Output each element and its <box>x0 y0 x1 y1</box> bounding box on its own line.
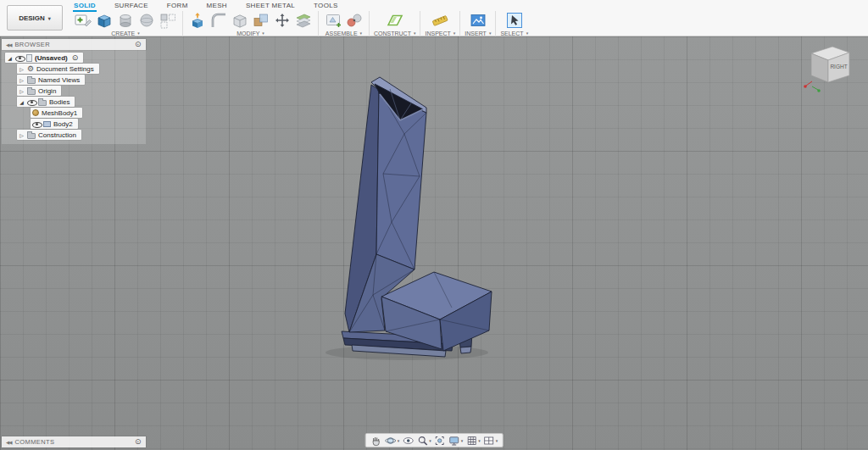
tree-row-label: Origin <box>38 87 56 95</box>
comments-title: COMMENTS <box>14 438 54 446</box>
orbit-button[interactable]: ▾ <box>384 435 401 447</box>
create-sketch-icon[interactable] <box>73 11 93 30</box>
fit-button[interactable] <box>433 435 447 447</box>
physical-material-icon[interactable] <box>293 11 314 30</box>
fit-frame-icon <box>434 435 446 447</box>
group-select: SELECT ▾ <box>500 11 528 36</box>
browser-title: BROWSER <box>14 41 50 48</box>
joint-icon[interactable] <box>344 11 364 30</box>
look-at-button[interactable] <box>401 435 415 447</box>
comments-header[interactable]: ◀◀ COMMENTS ⊙ <box>2 436 146 447</box>
toolbar-separator <box>182 11 183 36</box>
insert-canvas-icon[interactable] <box>468 11 488 30</box>
inspect-menu[interactable]: INSPECT ▾ <box>425 30 455 36</box>
browser-header[interactable]: ◀◀ BROWSER ⊙ <box>2 39 146 50</box>
toolbar-separator <box>459 11 460 36</box>
press-pull-icon[interactable] <box>187 11 208 30</box>
viewports-button[interactable]: ▾ <box>482 435 499 447</box>
measure-icon[interactable] <box>430 11 450 30</box>
tab-tools[interactable]: TOOLS <box>313 2 338 10</box>
viewcube-face-label[interactable]: RIGHT <box>830 64 847 69</box>
tree-row-named-views[interactable]: ▷ Named Views <box>17 75 85 85</box>
new-component-icon[interactable] <box>323 11 343 30</box>
chevron-down-icon: ▾ <box>496 438 498 443</box>
mesh-chair-model[interactable] <box>326 77 492 360</box>
chevron-down-icon: ▾ <box>137 31 140 36</box>
viewcube[interactable]: RIGHT <box>800 42 860 97</box>
create-box-icon[interactable] <box>94 11 114 30</box>
axis-x <box>806 81 812 86</box>
insert-menu[interactable]: INSERT ▾ <box>465 30 491 36</box>
expand-icon[interactable]: ▷ <box>19 88 25 94</box>
tab-form[interactable]: FORM <box>166 2 189 10</box>
combine-icon[interactable] <box>251 11 271 30</box>
collapse-panel-icon[interactable]: ◀◀ <box>6 440 11 445</box>
tree-row-label: Named Views <box>38 76 80 84</box>
expand-icon[interactable]: ▷ <box>19 66 25 72</box>
grid-snaps-button[interactable]: ▾ <box>465 435 481 447</box>
pan-button[interactable] <box>370 435 383 447</box>
axis-y <box>812 86 818 90</box>
expand-icon[interactable]: ▷ <box>19 132 25 138</box>
construct-menu[interactable]: CONSTRUCT ▾ <box>374 30 415 36</box>
tab-surface[interactable]: SURFACE <box>114 2 149 10</box>
fillet-icon[interactable] <box>209 11 229 30</box>
visibility-eye-icon[interactable] <box>32 120 41 128</box>
viewport[interactable]: ◀◀ BROWSER ⊙ ◢ (Unsaved) ⊙ ▷ ⚙ Document … <box>0 36 868 450</box>
navigation-bar: ▾ ▾ ▾ ▾ ▾ <box>365 433 504 447</box>
pan-hand-icon <box>370 435 382 447</box>
tree-row-bodies[interactable]: ◢ Bodies <box>17 97 75 107</box>
grid-icon <box>465 435 477 447</box>
axis-y-dot <box>817 89 821 92</box>
tree-row-meshbody1[interactable]: MeshBody1 <box>31 108 82 118</box>
comments-options-icon[interactable]: ⊙ <box>135 438 142 446</box>
tree-row-origin[interactable]: ▷ Origin <box>17 86 61 96</box>
display-settings-icon <box>448 435 460 447</box>
create-sphere-icon[interactable] <box>136 11 157 30</box>
assemble-menu[interactable]: ASSEMBLE ▾ <box>326 30 362 36</box>
document-icon <box>26 54 32 62</box>
tree-row-label: Bodies <box>49 98 70 106</box>
tree-row-document-settings[interactable]: ▷ ⚙ Document Settings <box>17 64 99 74</box>
tree-row-document-root[interactable]: ◢ (Unsaved) ⊙ <box>5 53 83 63</box>
folder-icon <box>27 89 36 95</box>
activate-radio-icon[interactable]: ⊙ <box>72 54 79 62</box>
viewports-icon <box>483 435 495 447</box>
group-insert: INSERT ▾ <box>465 11 491 36</box>
select-menu[interactable]: SELECT ▾ <box>500 30 528 36</box>
tree-row-construction[interactable]: ▷ Construction <box>17 130 81 140</box>
browser-options-icon[interactable]: ⊙ <box>135 41 142 48</box>
folder-icon <box>27 133 36 139</box>
display-settings-button[interactable]: ▾ <box>448 435 465 447</box>
modify-menu[interactable]: MODIFY ▾ <box>236 30 264 36</box>
fusion-window: DESIGN ▾ SOLID SURFACE FORM MESH SHEET M… <box>0 0 868 450</box>
select-cursor-icon[interactable] <box>504 11 525 30</box>
tree-row-label: Construction <box>38 131 76 139</box>
tab-mesh[interactable]: MESH <box>206 2 228 10</box>
chevron-down-icon: ▾ <box>461 438 464 443</box>
tab-sheet-metal[interactable]: SHEET METAL <box>245 2 296 10</box>
expand-icon[interactable]: ◢ <box>19 99 25 105</box>
create-cylinder-icon[interactable] <box>115 11 136 30</box>
shell-icon[interactable] <box>230 11 250 30</box>
expand-icon[interactable]: ▷ <box>19 77 25 83</box>
design-menu-button[interactable]: DESIGN ▾ <box>7 5 63 31</box>
browser-tree: ◢ (Unsaved) ⊙ ▷ ⚙ Document Settings ▷ Na… <box>2 50 146 144</box>
tree-row-body2[interactable]: Body2 <box>31 119 78 129</box>
collapse-panel-icon[interactable]: ◀◀ <box>6 42 11 47</box>
construction-plane-icon[interactable] <box>385 11 405 30</box>
document-name: (Unsaved) <box>35 54 68 62</box>
look-at-eye-icon <box>402 435 414 447</box>
expand-icon[interactable]: ◢ <box>7 55 13 61</box>
visibility-eye-icon[interactable] <box>27 98 36 106</box>
create-menu[interactable]: CREATE ▾ <box>111 30 139 36</box>
zoom-button[interactable]: ▾ <box>415 435 432 447</box>
ribbon-area: SOLID SURFACE FORM MESH SHEET METAL TOOL… <box>68 0 868 36</box>
group-assemble: ASSEMBLE ▾ <box>323 11 364 36</box>
chevron-down-icon: ▾ <box>398 438 400 443</box>
gear-icon: ⚙ <box>27 65 34 73</box>
toolbar-separator <box>495 11 496 36</box>
move-copy-icon[interactable] <box>272 11 292 30</box>
visibility-eye-icon[interactable] <box>15 54 24 62</box>
create-pattern-icon[interactable] <box>158 11 178 30</box>
